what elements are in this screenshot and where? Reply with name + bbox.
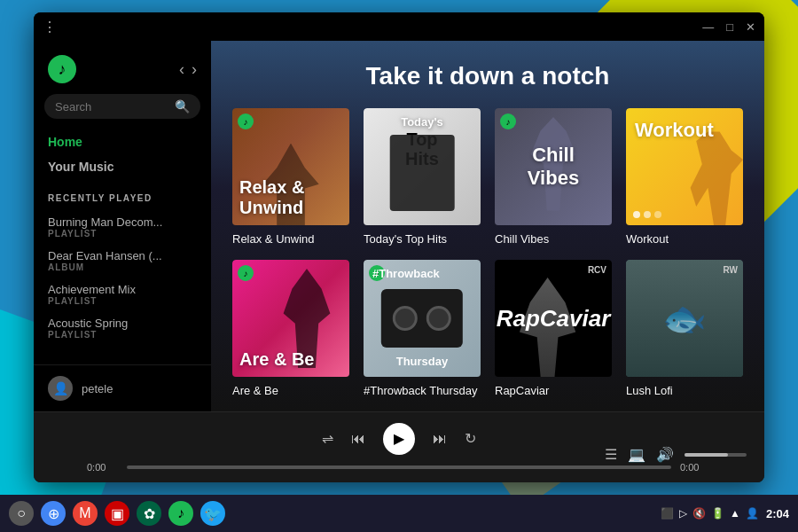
network-icon: ▲ (730, 507, 740, 520)
close-button[interactable]: ✕ (746, 21, 755, 33)
taskbar-left: ○ ⊕ M ▣ ✿ ♪ 🐦 (9, 501, 225, 526)
card-title: RapCaviar (495, 384, 612, 397)
taskbar-gmail-icon[interactable]: M (73, 501, 98, 526)
playlist-name: Acoustic Spring (48, 317, 197, 330)
queue-icon[interactable]: ☰ (605, 446, 617, 463)
taskbar-app-icon[interactable]: ▣ (105, 501, 129, 526)
title-bar-controls: — □ ✕ (702, 21, 755, 33)
next-button[interactable]: ⏭ (433, 431, 447, 447)
play-icon: ▶ (442, 186, 473, 218)
taskbar-chrome-icon[interactable]: ⊕ (41, 501, 66, 526)
card-todays-top-hits[interactable]: Today's TopHits ▶ Today's Top Hits (364, 108, 481, 246)
player-progress: 0:00 0:00 (51, 462, 747, 473)
play-icon: ▶ (704, 186, 736, 218)
playlist-name: Achievement Mix (48, 283, 197, 296)
card-title: Lush Lofi (626, 384, 743, 397)
taskbar-twitter-icon[interactable]: 🐦 (200, 501, 225, 526)
main-content: Take it down a notch ♪ Relax &Unwind ▶ (211, 41, 764, 411)
search-input[interactable] (55, 100, 168, 113)
total-time: 0:00 (680, 462, 711, 473)
play-icon: ▶ (442, 338, 473, 370)
volume-bar[interactable] (685, 453, 747, 457)
playlist-name: Dear Evan Hansen (... (48, 249, 197, 262)
card-image-lushlofi: 🐟 RW ▶ (626, 260, 743, 377)
sidebar-item-home[interactable]: Home (48, 129, 197, 154)
cards-row-2: ♪ Are & Be ▶ Are & Be ♪ # (232, 260, 743, 397)
card-image-relax: ♪ Relax &Unwind ▶ (232, 108, 349, 225)
taskbar-starbucks-icon[interactable]: ✿ (137, 501, 161, 526)
shuffle-button[interactable]: ⇌ (322, 430, 333, 447)
card-title: Today's Top Hits (364, 232, 481, 246)
spotify-window: ⋮ — □ ✕ ♪ ‹ › 🔍 (34, 12, 764, 482)
list-item[interactable]: Achievement Mix PLAYLIST (34, 278, 211, 311)
card-rapcaviar[interactable]: RCV RapCaviar ▶ RapCaviar (495, 260, 612, 397)
sidebar-header: ♪ ‹ › (34, 41, 211, 90)
card-chill-vibes[interactable]: ♪ ChillVibes ▶ Chill Vibes (495, 108, 612, 246)
list-item[interactable]: Dear Evan Hansen (... ALBUM (34, 244, 211, 278)
card-image-throwback: ♪ #Throwback Thursday ▶ (364, 260, 481, 377)
list-item[interactable]: Acoustic Spring PLAYLIST (34, 311, 211, 345)
card-workout[interactable]: Workout ▶ Workout (626, 108, 743, 246)
recently-played-label: RECENTLY PLAYED (34, 179, 211, 210)
avatar: 👤 (48, 376, 73, 401)
card-are-and-be[interactable]: ♪ Are & Be ▶ Are & Be (232, 260, 349, 397)
card-title: #Throwback Thursday (364, 384, 481, 397)
back-button[interactable]: ‹ (179, 61, 184, 77)
taskbar-system-icon[interactable]: ○ (9, 501, 34, 526)
maximize-button[interactable]: □ (726, 21, 733, 33)
playlist-type: PLAYLIST (48, 229, 197, 239)
taskbar-spotify-icon[interactable]: ♪ (168, 501, 193, 526)
clock: 2:04 (766, 507, 789, 520)
forward-button[interactable]: › (192, 61, 197, 77)
volume-fill (685, 453, 728, 457)
volume-indicator-icon: 🔇 (692, 507, 706, 520)
previous-button[interactable]: ⏮ (351, 431, 365, 447)
taskbar: ○ ⊕ M ▣ ✿ ♪ 🐦 ⬛ ▷ 🔇 🔋 ▲ 👤 2:04 (0, 495, 798, 532)
nav-arrows: ‹ › (179, 61, 197, 77)
devices-icon[interactable]: 💻 (628, 446, 645, 463)
repeat-button[interactable]: ↻ (465, 430, 476, 447)
card-image-arebe: ♪ Are & Be ▶ (232, 260, 349, 377)
card-image-tophits: Today's TopHits ▶ (364, 108, 481, 225)
list-item[interactable]: Burning Man Decom... PLAYLIST (34, 210, 211, 244)
title-bar: ⋮ — □ ✕ (34, 12, 764, 41)
minimize-button[interactable]: — (702, 21, 714, 33)
card-image-chill: ♪ ChillVibes ▶ (495, 108, 612, 225)
card-title: Workout (626, 232, 743, 246)
card-title: Relax & Unwind (232, 232, 349, 246)
play-icon: ▶ (310, 186, 342, 218)
sidebar-item-your-music[interactable]: Your Music (48, 154, 197, 179)
player-bar: ⇌ ⏮ ▶ ⏭ ↻ 0:00 0:00 ☰ 💻 🔊 (34, 411, 764, 482)
card-throwback-thursday[interactable]: ♪ #Throwback Thursday ▶ #Throwback Th (364, 260, 481, 397)
card-lush-lofi[interactable]: 🐟 RW ▶ Lush Lofi (626, 260, 743, 397)
playlist-type: PLAYLIST (48, 330, 197, 340)
card-title: Are & Be (232, 384, 349, 397)
sidebar-footer: 👤 petele (34, 364, 211, 411)
taskbar-right: ⬛ ▷ 🔇 🔋 ▲ 👤 2:04 (661, 507, 789, 520)
username-label: petele (82, 382, 113, 395)
desktop: ⋮ — □ ✕ ♪ ‹ › 🔍 (0, 0, 798, 532)
play-icon: ▶ (573, 186, 605, 218)
card-title: Chill Vibes (495, 232, 612, 246)
play-pause-button[interactable]: ▶ (383, 423, 415, 455)
search-bar[interactable]: 🔍 (44, 94, 200, 119)
card-relax-unwind[interactable]: ♪ Relax &Unwind ▶ Relax & Unwind (232, 108, 349, 246)
wifi-icon: ⬛ (661, 507, 674, 520)
arrow-icon: ▷ (679, 507, 687, 520)
sidebar-nav: Home Your Music (34, 129, 211, 179)
system-tray-icons: ⬛ ▷ 🔇 🔋 ▲ 👤 (661, 507, 759, 520)
search-icon: 🔍 (175, 99, 190, 113)
progress-bar[interactable] (127, 466, 671, 469)
play-icon: ▶ (573, 338, 605, 370)
main-title: Take it down a notch (232, 62, 743, 90)
volume-icon[interactable]: 🔊 (656, 446, 674, 463)
profile-icon: 👤 (746, 507, 759, 520)
playlist-type: PLAYLIST (48, 296, 197, 306)
cards-row-1: ♪ Relax &Unwind ▶ Relax & Unwind Today' (232, 108, 743, 246)
sidebar: ♪ ‹ › 🔍 Home Your Music RECENTLY PLAYED (34, 41, 211, 411)
card-image-workout: Workout ▶ (626, 108, 743, 225)
play-icon: ▶ (310, 338, 342, 370)
playlist-type: ALBUM (48, 262, 197, 272)
app-body: ♪ ‹ › 🔍 Home Your Music RECENTLY PLAYED (34, 41, 764, 411)
window-menu-dots[interactable]: ⋮ (43, 19, 57, 35)
